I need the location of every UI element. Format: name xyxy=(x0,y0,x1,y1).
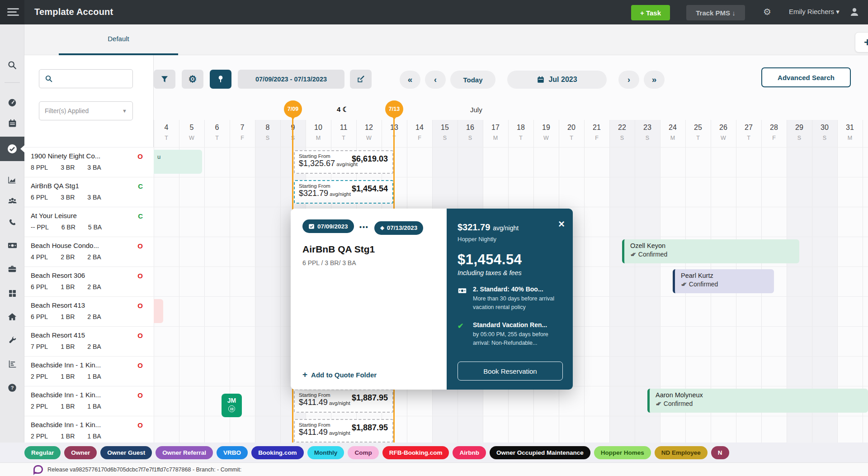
property-row[interactable]: At Your Leisure-- PPL6 BR5 BAC xyxy=(24,207,154,237)
sidebar-item-help[interactable]: ? xyxy=(0,378,24,398)
day-header-number[interactable]: 19 xyxy=(533,124,559,132)
date-range-button[interactable]: 07/09/2023 - 07/13/2023 xyxy=(238,70,344,89)
legend-pill[interactable]: Owner Guest xyxy=(100,446,152,459)
prev-fast-button[interactable]: « xyxy=(400,71,420,89)
property-row[interactable]: Beach House Condo...4 PPL2 BR2 BAO xyxy=(24,237,154,267)
day-header-number[interactable]: 30 xyxy=(812,124,837,132)
sidebar-item-contacts[interactable] xyxy=(0,191,24,211)
sidebar-item-reservations-active[interactable] xyxy=(0,137,24,161)
sidebar-item-payments[interactable] xyxy=(0,235,24,255)
day-header-number[interactable]: 7 xyxy=(230,124,255,132)
sidebar-item-dashboard[interactable] xyxy=(0,93,24,113)
legend-pill[interactable]: Airbnb xyxy=(453,446,486,459)
checkout-pill[interactable]: ◈ 07/13/2023 xyxy=(374,221,423,235)
sidebar-item-analytics[interactable] xyxy=(0,354,24,374)
legend-pill[interactable]: Regular xyxy=(24,446,61,459)
user-menu[interactable]: Emily Riechers ▾ xyxy=(789,8,840,16)
filter-button[interactable] xyxy=(154,70,175,89)
booking-stub[interactable]: u xyxy=(154,150,202,174)
legend-pill[interactable]: VRBO xyxy=(217,446,248,459)
edit-dates-button[interactable] xyxy=(350,70,372,89)
day-header-number[interactable]: 28 xyxy=(761,124,787,132)
sidebar-item-calendar[interactable] xyxy=(0,113,24,133)
quote-cell[interactable]: Starting From$411.49 avg/night$1,887.95 xyxy=(294,419,393,443)
property-row[interactable]: Beach Resort 4136 PPL1 BR2 BAO xyxy=(24,296,154,326)
day-header-number[interactable]: 15 xyxy=(432,124,458,132)
day-header-number[interactable]: 14 xyxy=(407,124,432,132)
property-row[interactable]: Beach Resort 3066 PPL1 BR2 BAO xyxy=(24,267,154,296)
property-row[interactable]: Beach Resort 4157 PPL1 BR2 BAO xyxy=(24,326,154,356)
property-search-input[interactable] xyxy=(57,75,130,82)
property-row[interactable]: Beachside Inn - 1 Kin...2 PPL1 BR1 BAO xyxy=(24,356,154,386)
day-header-number[interactable]: 29 xyxy=(787,124,812,132)
close-icon[interactable]: × xyxy=(558,219,565,229)
add-to-quote-folder-button[interactable]: +Add to Quote Folder xyxy=(302,370,377,380)
book-reservation-button[interactable]: Book Reservation xyxy=(458,362,563,381)
day-header-number[interactable]: 1 xyxy=(863,124,868,132)
today-button[interactable]: Today xyxy=(450,71,495,89)
add-task-button[interactable]: + Task xyxy=(631,5,670,20)
sidebar-item-search[interactable] xyxy=(0,55,24,75)
day-header-number[interactable]: 8 xyxy=(255,124,280,132)
hold-badge-jm[interactable]: JM xyxy=(222,394,242,417)
property-row[interactable]: AirBnB QA Stg16 PPL3 BR3 BAC xyxy=(24,177,154,207)
day-header-number[interactable]: 23 xyxy=(635,124,660,132)
quote-cell[interactable]: Starting From$321.79 avg/night$1,454.54 xyxy=(294,180,393,204)
checkin-pill[interactable]: 07/09/2023 xyxy=(302,219,354,233)
day-header-number[interactable]: 16 xyxy=(458,124,483,132)
legend-pill[interactable]: Booking.com xyxy=(251,446,304,459)
sidebar-item-tables[interactable] xyxy=(0,283,24,303)
settings-gear-icon[interactable]: ⚙ xyxy=(763,6,771,17)
sidebar-item-reports[interactable] xyxy=(0,170,24,190)
day-header-number[interactable]: 26 xyxy=(711,124,736,132)
day-header-number[interactable]: 12 xyxy=(356,124,382,132)
sidebar-item-calls[interactable] xyxy=(0,213,24,233)
day-header-number[interactable]: 27 xyxy=(736,124,761,132)
legend-pill[interactable]: Hopper Homes xyxy=(594,446,651,459)
legend-pill[interactable]: Comp xyxy=(348,446,378,459)
prev-button[interactable]: ‹ xyxy=(425,71,446,89)
legend-pill[interactable]: Owner xyxy=(64,446,97,459)
property-row[interactable]: 1900 Ninety Eight Co...8 PPL3 BR3 BAO xyxy=(24,147,154,177)
add-view-button[interactable]: + xyxy=(855,32,868,52)
day-header-number[interactable]: 5 xyxy=(179,124,204,132)
booking-stub[interactable] xyxy=(154,299,163,323)
next-button[interactable]: › xyxy=(618,71,639,89)
day-header-number[interactable]: 20 xyxy=(559,124,584,132)
booking-bar[interactable]: Ozell Keyon✔✔Confirmed xyxy=(622,239,799,263)
property-row[interactable]: Beachside Inn - 1 Kin...2 PPL1 BR1 BAO xyxy=(24,416,154,446)
booking-bar[interactable]: Aaron Molyneux✔✔Confirmed xyxy=(647,389,868,413)
legend-pill[interactable]: Owner Referral xyxy=(156,446,213,459)
day-header-number[interactable]: 24 xyxy=(660,124,685,132)
month-picker-button[interactable]: Jul 2023 xyxy=(507,71,607,89)
sidebar-item-housekeeping[interactable] xyxy=(0,259,24,279)
next-fast-button[interactable]: » xyxy=(644,71,665,89)
day-header-number[interactable]: 31 xyxy=(837,124,863,132)
legend-pill[interactable]: RFB-Booking.com xyxy=(382,446,449,459)
pin-dates-button[interactable] xyxy=(210,70,231,89)
quote-cell[interactable]: Starting From$411.49 avg/night$1,887.95 xyxy=(294,389,393,413)
track-pms-button[interactable]: Track PMS ↓ xyxy=(686,5,745,20)
sidebar-item-properties[interactable] xyxy=(0,307,24,327)
calendar-settings-button[interactable]: ⚙ xyxy=(182,70,203,89)
advanced-search-button[interactable]: Advanced Search xyxy=(761,67,851,87)
legend-pill[interactable]: Monthly xyxy=(307,446,344,459)
day-header-number[interactable]: 25 xyxy=(685,124,711,132)
property-row[interactable]: Beachside Inn - 1 Kin...2 PPL1 BR1 BAO xyxy=(24,386,154,416)
legend-pill[interactable]: ND Employee xyxy=(655,446,708,459)
property-search[interactable] xyxy=(39,69,133,88)
filter-applied-dropdown[interactable]: Filter(s) Applied ▼ xyxy=(39,101,133,120)
tab-default[interactable]: Default xyxy=(59,24,178,55)
day-header-number[interactable]: 18 xyxy=(508,124,533,132)
quote-cell[interactable]: Starting From$1,325.67 avg/night$6,619.0… xyxy=(294,150,393,174)
user-avatar-icon[interactable] xyxy=(849,6,860,19)
day-header-number[interactable]: 4 xyxy=(154,124,179,132)
day-header-number[interactable]: 11 xyxy=(331,124,356,132)
day-header-number[interactable]: 6 xyxy=(204,124,230,132)
legend-pill[interactable]: N xyxy=(711,446,729,459)
booking-bar[interactable]: Pearl Kurtz✔✔Confirmed xyxy=(673,269,774,293)
legend-pill[interactable]: Owner Occupied Maintenance xyxy=(490,446,590,459)
day-header-number[interactable]: 22 xyxy=(609,124,635,132)
day-header-number[interactable]: 17 xyxy=(483,124,508,132)
day-header-number[interactable]: 10 xyxy=(306,124,331,132)
